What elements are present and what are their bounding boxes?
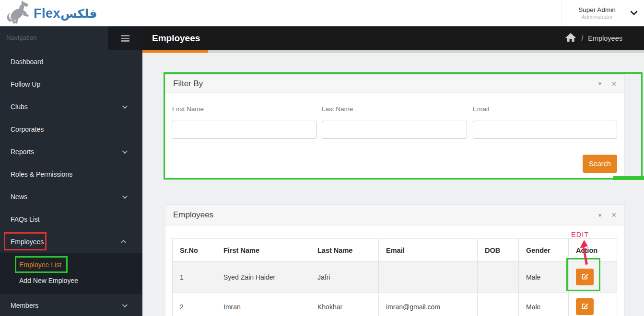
- app-screen: Flex فلكس Super Admin Administrator Navi…: [0, 0, 644, 316]
- sidebar-item-employee-list[interactable]: Employee List: [0, 257, 142, 272]
- user-menu[interactable]: Super Admin Administrator: [562, 0, 644, 26]
- column-header-sr-no: Sr.No: [173, 239, 216, 262]
- cell-email: [379, 262, 478, 293]
- column-header-gender: Gender: [519, 239, 569, 262]
- collapse-panel-icon[interactable]: ▾: [598, 212, 602, 219]
- sidebar-item-faqs-list[interactable]: FAQs List: [0, 208, 142, 230]
- close-panel-icon[interactable]: ✕: [611, 211, 617, 219]
- column-header-email: Email: [379, 239, 478, 262]
- sidebar: Navigation Dashboard Follow Up Clubs Cor…: [0, 26, 142, 316]
- cell-first-name: Imran: [216, 293, 310, 316]
- user-role: Administrator: [569, 14, 625, 20]
- edit-pencil-icon: [581, 302, 589, 311]
- sidebar-item-reports[interactable]: Reports: [0, 140, 142, 163]
- chevron-down-icon: [122, 193, 128, 198]
- active-tab-underline: [142, 50, 208, 53]
- page-title: Employees: [152, 33, 200, 44]
- sidebar-toggle-button[interactable]: [108, 26, 142, 50]
- horse-logo-icon: [5, 0, 34, 27]
- first-name-label: First Name: [172, 105, 204, 113]
- close-panel-icon[interactable]: ✕: [611, 80, 617, 88]
- email-input[interactable]: [473, 121, 617, 139]
- sidebar-item-corporates[interactable]: Corporates: [0, 118, 142, 140]
- filter-panel-title: Filter By: [173, 79, 203, 89]
- cell-dob: [478, 262, 519, 293]
- edit-button[interactable]: [576, 269, 594, 285]
- brand-text: Flex: [34, 6, 60, 21]
- employees-panel-title: Employees: [173, 210, 213, 220]
- cell-gender: Male: [519, 262, 569, 293]
- table-row: 1 Syed Zain Haider Jafri Male: [173, 262, 617, 293]
- first-name-input[interactable]: [172, 121, 317, 139]
- breadcrumb-separator: /: [581, 34, 583, 42]
- titlebar-divider: [208, 50, 644, 53]
- edit-pencil-icon: [581, 272, 589, 282]
- brand-logo[interactable]: Flex فلكس: [5, 1, 97, 26]
- brand-text-arabic: فلكس: [60, 7, 97, 21]
- home-icon[interactable]: [565, 32, 576, 45]
- chevron-down-icon: [122, 302, 128, 307]
- cell-email: imran@gmail.com: [379, 293, 478, 316]
- column-header-action: Action: [569, 239, 617, 262]
- employees-panel-header: Employees ▾ ✕: [165, 205, 624, 226]
- last-name-input[interactable]: [322, 121, 467, 139]
- chevron-down-icon[interactable]: [630, 9, 638, 18]
- filter-panel-header: Filter By ▾ ✕: [165, 75, 624, 93]
- employees-panel: Employees ▾ ✕ Sr.No First Name Last Name…: [165, 204, 625, 316]
- sidebar-section-label: Navigation: [6, 34, 37, 41]
- cell-sr-no: 1: [173, 262, 216, 293]
- sidebar-item-follow-up[interactable]: Follow Up: [0, 73, 142, 95]
- cell-dob: [478, 293, 519, 316]
- employees-table: Sr.No First Name Last Name Email DOB Gen…: [172, 238, 617, 316]
- breadcrumb-current[interactable]: Employees: [588, 34, 622, 42]
- sidebar-item-add-new-employee[interactable]: Add New Employee: [0, 272, 142, 288]
- cell-action: [569, 262, 617, 293]
- cell-gender: Male: [519, 293, 569, 316]
- search-button[interactable]: Search: [583, 155, 617, 173]
- sidebar-item-clubs[interactable]: Clubs: [0, 95, 142, 118]
- sidebar-item-dashboard[interactable]: Dashboard: [0, 50, 142, 73]
- table-header-row: Sr.No First Name Last Name Email DOB Gen…: [173, 239, 617, 262]
- filter-panel: Filter By ▾ ✕ First Name Last Name Email…: [165, 74, 625, 178]
- table-row: 2 Imran Khokhar imran@gmail.com Male: [173, 293, 617, 316]
- edit-button[interactable]: [576, 298, 594, 315]
- cell-last-name: Khokhar: [310, 293, 379, 316]
- chevron-down-icon: [122, 148, 128, 153]
- sidebar-item-employees[interactable]: Employees: [0, 230, 142, 253]
- email-label: Email: [473, 105, 489, 113]
- cell-first-name: Syed Zain Haider: [216, 262, 310, 293]
- collapse-panel-icon[interactable]: ▾: [598, 80, 602, 87]
- employees-submenu: Employee List Add New Employee: [0, 253, 142, 294]
- hamburger-icon: [121, 35, 129, 36]
- cell-sr-no: 2: [173, 293, 216, 316]
- chevron-up-icon: [121, 239, 126, 245]
- column-header-dob: DOB: [478, 239, 519, 262]
- sidebar-item-roles-permissions[interactable]: Roles & Permissions: [0, 163, 142, 185]
- last-name-label: Last Name: [322, 105, 353, 113]
- top-header: Flex فلكس Super Admin Administrator: [0, 0, 644, 26]
- user-name: Super Admin: [569, 6, 625, 14]
- page-title-bar: Employees / Employees: [142, 26, 644, 50]
- sidebar-item-news[interactable]: News: [0, 185, 142, 208]
- cell-action: [569, 293, 617, 316]
- breadcrumb: / Employees: [565, 32, 622, 45]
- column-header-last-name: Last Name: [310, 239, 379, 262]
- chevron-down-icon: [122, 103, 128, 108]
- cell-last-name: Jafri: [310, 262, 379, 293]
- column-header-first-name: First Name: [216, 239, 310, 262]
- sidebar-item-members[interactable]: Members: [0, 294, 142, 316]
